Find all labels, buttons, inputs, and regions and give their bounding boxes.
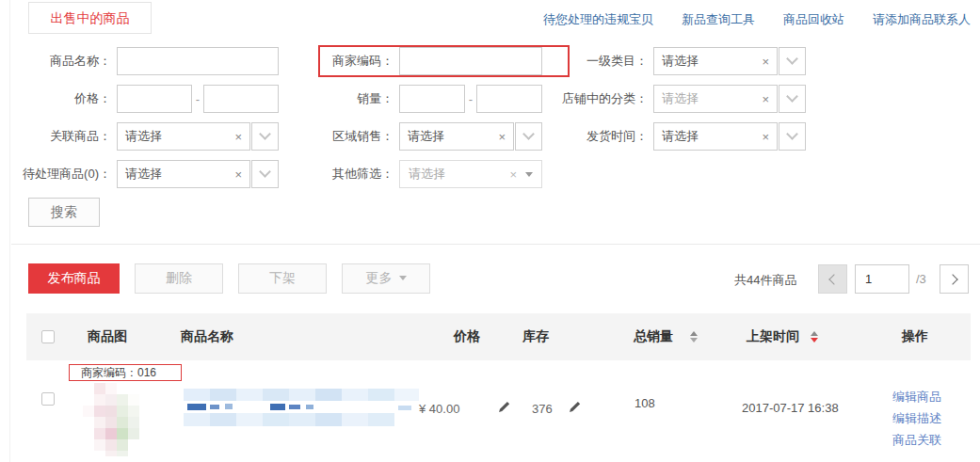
price-max-input[interactable] bbox=[203, 85, 279, 113]
select-all-checkbox[interactable] bbox=[41, 330, 55, 343]
edit-product-link[interactable]: 编辑商品 bbox=[892, 389, 941, 406]
chevron-down-icon bbox=[259, 166, 271, 178]
page-total: /3 bbox=[916, 272, 926, 286]
category-label: 一级类目： bbox=[527, 53, 653, 70]
region-sales-label: 区域销售： bbox=[290, 128, 399, 145]
page-number-input[interactable] bbox=[855, 264, 909, 294]
shop-category-label: 店铺中的分类： bbox=[527, 90, 653, 107]
shop-category-select-arrow[interactable] bbox=[779, 85, 806, 113]
product-name-redacted[interactable] bbox=[184, 389, 419, 426]
related-products-select-arrow[interactable] bbox=[251, 122, 279, 151]
publish-product-button[interactable]: 发布商品 bbox=[28, 263, 120, 294]
clear-icon[interactable]: × bbox=[762, 131, 769, 143]
caret-down-icon bbox=[399, 276, 407, 280]
column-header-image: 商品图 bbox=[88, 328, 127, 345]
product-image-redacted[interactable] bbox=[83, 383, 151, 456]
region-sales-select-value: 请选择 bbox=[408, 128, 444, 145]
sales-range-dash: - bbox=[465, 92, 476, 106]
section-divider bbox=[11, 244, 980, 245]
pending-products-select-arrow[interactable] bbox=[251, 160, 279, 188]
edit-description-link[interactable]: 编辑描述 bbox=[892, 410, 941, 427]
chevron-down-icon bbox=[786, 128, 798, 140]
column-header-name: 商品名称 bbox=[181, 328, 233, 345]
column-header-total-sales[interactable]: 总销量 bbox=[634, 328, 673, 345]
sort-icons-total-sales[interactable] bbox=[690, 331, 698, 343]
clear-icon[interactable]: × bbox=[762, 93, 769, 105]
next-page-button[interactable] bbox=[940, 264, 969, 294]
delivery-time-label: 发货时间： bbox=[527, 128, 653, 145]
region-sales-select[interactable]: 请选择 × bbox=[399, 122, 514, 151]
listed-time-value: 2017-07-17 16:38 bbox=[742, 401, 839, 415]
link-violation-items[interactable]: 待您处理的违规宝贝 bbox=[543, 11, 653, 28]
chevron-down-icon bbox=[786, 53, 798, 65]
clear-icon[interactable]: × bbox=[762, 56, 769, 68]
field-category: 一级类目： 请选择 × bbox=[527, 47, 806, 75]
field-pending-products: 待处理商品(0)： 请选择 × bbox=[8, 160, 279, 188]
sort-desc-icon[interactable] bbox=[690, 338, 698, 343]
link-product-recycle-bin[interactable]: 商品回收站 bbox=[783, 11, 844, 28]
sort-desc-icon-active[interactable] bbox=[811, 338, 818, 343]
table-header: 商品图 商品名称 价格 库存 总销量 上架时间 操作 bbox=[26, 313, 971, 360]
price-label: 价格： bbox=[8, 90, 117, 107]
top-links: 待您处理的违规宝贝 新品查询工具 商品回收站 请添加商品联系人 bbox=[543, 11, 971, 28]
price-min-input[interactable] bbox=[117, 85, 192, 113]
other-filters-select[interactable]: 请选择 × bbox=[399, 160, 542, 188]
stock-value: 376 bbox=[532, 402, 553, 416]
category-select[interactable]: 请选择 × bbox=[653, 47, 778, 75]
delivery-time-select-arrow[interactable] bbox=[779, 122, 806, 151]
clear-icon[interactable]: × bbox=[234, 168, 242, 181]
column-header-listed-time[interactable]: 上架时间 bbox=[747, 328, 799, 345]
column-header-price: 价格 bbox=[454, 328, 480, 345]
chevron-left-icon bbox=[828, 274, 839, 284]
merchant-code-label: 商家编码： bbox=[290, 53, 399, 70]
merchant-code-input[interactable] bbox=[399, 47, 542, 75]
chevron-down-icon bbox=[259, 128, 271, 140]
delivery-time-select-value: 请选择 bbox=[662, 128, 699, 145]
product-name-input[interactable] bbox=[117, 47, 279, 75]
pending-products-select-value: 请选择 bbox=[125, 166, 162, 183]
table-row: 商家编码：016 ¥ 40.00 bbox=[26, 360, 971, 462]
related-products-select-value: 请选择 bbox=[125, 128, 162, 145]
prev-page-button[interactable] bbox=[818, 264, 847, 294]
edit-stock-pencil-icon[interactable] bbox=[568, 400, 582, 414]
shop-category-select-value: 请选择 bbox=[662, 90, 699, 107]
shop-category-select[interactable]: 请选择 × bbox=[653, 85, 778, 113]
link-new-product-query-tool[interactable]: 新品查询工具 bbox=[682, 11, 755, 28]
field-shop-category: 店铺中的分类： 请选择 × bbox=[527, 85, 806, 113]
link-add-product-contact[interactable]: 请添加商品联系人 bbox=[873, 11, 971, 28]
price-value: ¥ 40.00 bbox=[419, 402, 459, 416]
field-product-name: 商品名称： bbox=[8, 47, 279, 75]
tab-selling-products[interactable]: 出售中的商品 bbox=[28, 2, 152, 34]
edit-price-pencil-icon[interactable] bbox=[497, 400, 511, 414]
related-products-select[interactable]: 请选择 × bbox=[117, 122, 250, 151]
sort-asc-icon[interactable] bbox=[690, 331, 698, 336]
pending-products-label: 待处理商品(0)： bbox=[8, 166, 117, 183]
delivery-time-select[interactable]: 请选择 × bbox=[653, 122, 778, 151]
product-relation-link[interactable]: 商品关联 bbox=[892, 432, 941, 449]
sales-min-input[interactable] bbox=[399, 85, 465, 113]
field-price-range: 价格： - bbox=[8, 85, 279, 113]
clear-icon[interactable]: × bbox=[234, 131, 242, 143]
row-checkbox[interactable] bbox=[41, 392, 55, 406]
clear-icon[interactable]: × bbox=[509, 168, 517, 181]
related-products-label: 关联商品： bbox=[8, 128, 117, 145]
field-other-filters: 其他筛选： 请选择 × bbox=[290, 160, 542, 188]
product-name-label: 商品名称： bbox=[8, 53, 117, 70]
take-down-button[interactable]: 下架 bbox=[238, 263, 327, 294]
caret-down-icon bbox=[525, 172, 533, 177]
more-button[interactable]: 更多 bbox=[342, 263, 430, 294]
clear-icon[interactable]: × bbox=[498, 131, 506, 143]
field-related-products: 关联商品： 请选择 × bbox=[8, 122, 279, 151]
other-filters-label: 其他筛选： bbox=[290, 166, 399, 183]
total-count: 共44件商品 bbox=[734, 272, 796, 289]
total-sales-value: 108 bbox=[635, 396, 655, 410]
field-merchant-code: 商家编码： bbox=[290, 47, 542, 75]
search-button[interactable]: 搜索 bbox=[28, 198, 100, 227]
category-select-arrow[interactable] bbox=[779, 47, 806, 75]
pending-products-select[interactable]: 请选择 × bbox=[117, 160, 250, 188]
column-header-stock: 库存 bbox=[522, 328, 549, 345]
sort-asc-icon[interactable] bbox=[811, 331, 818, 336]
delete-button[interactable]: 删除 bbox=[135, 263, 223, 294]
sort-icons-listed-time[interactable] bbox=[811, 331, 818, 343]
field-region-sales: 区域销售： 请选择 × bbox=[290, 122, 542, 151]
